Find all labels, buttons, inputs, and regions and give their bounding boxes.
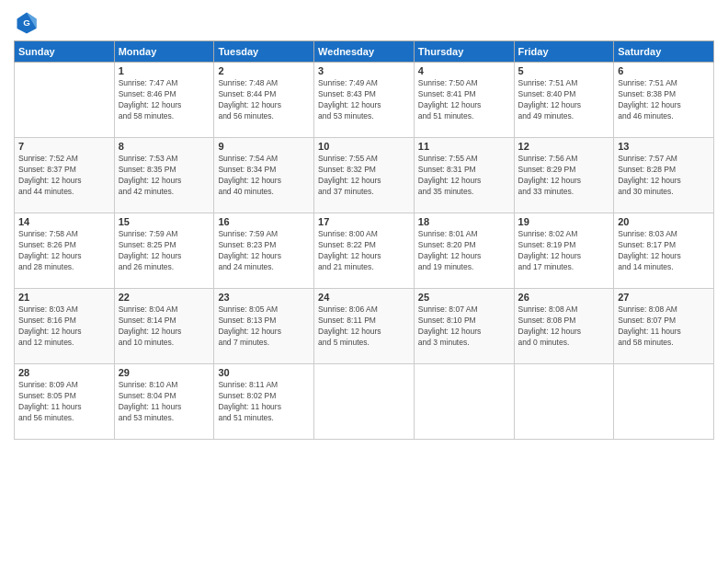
day-number: 29 <box>119 367 210 378</box>
calendar-week-row: 7Sunrise: 7:52 AM Sunset: 8:37 PM Daylig… <box>15 138 714 213</box>
calendar-cell: 11Sunrise: 7:55 AM Sunset: 8:31 PM Dayli… <box>414 138 514 213</box>
calendar-cell: 27Sunrise: 8:08 AM Sunset: 8:07 PM Dayli… <box>614 289 714 364</box>
calendar-week-row: 14Sunrise: 7:58 AM Sunset: 8:26 PM Dayli… <box>15 213 714 289</box>
day-info: Sunrise: 7:51 AM Sunset: 8:40 PM Dayligh… <box>518 78 610 122</box>
svg-text:G: G <box>23 17 30 28</box>
calendar-header-row: SundayMondayTuesdayWednesdayThursdayFrid… <box>15 41 714 63</box>
calendar-week-row: 28Sunrise: 8:09 AM Sunset: 8:05 PM Dayli… <box>15 364 714 440</box>
day-info: Sunrise: 8:01 AM Sunset: 8:20 PM Dayligh… <box>418 229 510 273</box>
day-number: 2 <box>218 65 310 76</box>
day-number: 10 <box>318 141 410 152</box>
calendar-cell: 20Sunrise: 8:03 AM Sunset: 8:17 PM Dayli… <box>614 213 714 289</box>
day-info: Sunrise: 8:08 AM Sunset: 8:08 PM Dayligh… <box>518 304 610 349</box>
day-number: 19 <box>518 216 610 227</box>
day-number: 22 <box>119 292 210 303</box>
calendar-cell <box>514 364 614 440</box>
calendar-cell: 7Sunrise: 7:52 AM Sunset: 8:37 PM Daylig… <box>15 138 115 213</box>
calendar-week-row: 21Sunrise: 8:03 AM Sunset: 8:16 PM Dayli… <box>15 289 714 364</box>
day-info: Sunrise: 7:54 AM Sunset: 8:34 PM Dayligh… <box>218 154 310 198</box>
day-info: Sunrise: 7:55 AM Sunset: 8:31 PM Dayligh… <box>418 154 510 198</box>
day-info: Sunrise: 8:11 AM Sunset: 8:02 PM Dayligh… <box>218 380 310 424</box>
calendar-cell: 18Sunrise: 8:01 AM Sunset: 8:20 PM Dayli… <box>414 213 514 289</box>
day-info: Sunrise: 7:47 AM Sunset: 8:46 PM Dayligh… <box>119 78 210 122</box>
calendar-cell: 12Sunrise: 7:56 AM Sunset: 8:29 PM Dayli… <box>514 138 614 213</box>
day-info: Sunrise: 8:05 AM Sunset: 8:13 PM Dayligh… <box>218 304 310 349</box>
day-info: Sunrise: 8:08 AM Sunset: 8:07 PM Dayligh… <box>618 304 710 349</box>
calendar-cell: 16Sunrise: 7:59 AM Sunset: 8:23 PM Dayli… <box>214 213 314 289</box>
calendar-cell: 22Sunrise: 8:04 AM Sunset: 8:14 PM Dayli… <box>114 289 214 364</box>
calendar-cell: 26Sunrise: 8:08 AM Sunset: 8:08 PM Dayli… <box>514 289 614 364</box>
day-info: Sunrise: 8:07 AM Sunset: 8:10 PM Dayligh… <box>418 304 510 349</box>
calendar-cell <box>314 364 415 440</box>
day-number: 23 <box>218 292 310 303</box>
calendar-cell: 10Sunrise: 7:55 AM Sunset: 8:32 PM Dayli… <box>314 138 415 213</box>
day-number: 20 <box>618 216 710 227</box>
header: G <box>14 9 714 35</box>
day-number: 13 <box>618 141 710 152</box>
day-info: Sunrise: 7:49 AM Sunset: 8:43 PM Dayligh… <box>318 78 410 122</box>
calendar-week-row: 1Sunrise: 7:47 AM Sunset: 8:46 PM Daylig… <box>15 63 714 138</box>
calendar-cell: 15Sunrise: 7:59 AM Sunset: 8:25 PM Dayli… <box>114 213 214 289</box>
day-number: 25 <box>418 292 510 303</box>
calendar-cell: 6Sunrise: 7:51 AM Sunset: 8:38 PM Daylig… <box>614 63 714 138</box>
calendar-cell: 21Sunrise: 8:03 AM Sunset: 8:16 PM Dayli… <box>15 289 115 364</box>
day-info: Sunrise: 7:50 AM Sunset: 8:41 PM Dayligh… <box>418 78 510 122</box>
weekday-header: Friday <box>514 41 614 63</box>
calendar-cell: 30Sunrise: 8:11 AM Sunset: 8:02 PM Dayli… <box>214 364 314 440</box>
calendar-cell: 5Sunrise: 7:51 AM Sunset: 8:40 PM Daylig… <box>514 63 614 138</box>
logo-icon: G <box>14 9 40 35</box>
calendar-table: SundayMondayTuesdayWednesdayThursdayFrid… <box>14 40 714 440</box>
calendar-cell: 29Sunrise: 8:10 AM Sunset: 8:04 PM Dayli… <box>114 364 214 440</box>
day-number: 27 <box>618 292 710 303</box>
day-number: 26 <box>518 292 610 303</box>
calendar-cell: 13Sunrise: 7:57 AM Sunset: 8:28 PM Dayli… <box>614 138 714 213</box>
day-number: 5 <box>518 65 610 76</box>
day-number: 30 <box>218 367 310 378</box>
day-number: 28 <box>18 367 110 378</box>
calendar-cell: 17Sunrise: 8:00 AM Sunset: 8:22 PM Dayli… <box>314 213 415 289</box>
calendar-cell: 9Sunrise: 7:54 AM Sunset: 8:34 PM Daylig… <box>214 138 314 213</box>
day-number: 16 <box>218 216 310 227</box>
day-number: 12 <box>518 141 610 152</box>
day-number: 24 <box>318 292 410 303</box>
day-info: Sunrise: 7:57 AM Sunset: 8:28 PM Dayligh… <box>618 154 710 198</box>
day-info: Sunrise: 7:59 AM Sunset: 8:25 PM Dayligh… <box>119 229 210 273</box>
day-info: Sunrise: 8:06 AM Sunset: 8:11 PM Dayligh… <box>318 304 410 349</box>
calendar-cell: 1Sunrise: 7:47 AM Sunset: 8:46 PM Daylig… <box>114 63 214 138</box>
calendar-cell: 23Sunrise: 8:05 AM Sunset: 8:13 PM Dayli… <box>214 289 314 364</box>
calendar-cell: 19Sunrise: 8:02 AM Sunset: 8:19 PM Dayli… <box>514 213 614 289</box>
day-info: Sunrise: 7:59 AM Sunset: 8:23 PM Dayligh… <box>218 229 310 273</box>
day-info: Sunrise: 8:02 AM Sunset: 8:19 PM Dayligh… <box>518 229 610 273</box>
calendar-cell <box>414 364 514 440</box>
calendar-cell: 4Sunrise: 7:50 AM Sunset: 8:41 PM Daylig… <box>414 63 514 138</box>
day-info: Sunrise: 7:53 AM Sunset: 8:35 PM Dayligh… <box>119 154 210 198</box>
day-number: 14 <box>18 216 110 227</box>
day-info: Sunrise: 8:00 AM Sunset: 8:22 PM Dayligh… <box>318 229 410 273</box>
day-number: 11 <box>418 141 510 152</box>
calendar-cell: 14Sunrise: 7:58 AM Sunset: 8:26 PM Dayli… <box>15 213 115 289</box>
weekday-header: Thursday <box>414 41 514 63</box>
calendar-cell: 28Sunrise: 8:09 AM Sunset: 8:05 PM Dayli… <box>15 364 115 440</box>
day-number: 4 <box>418 65 510 76</box>
day-info: Sunrise: 8:09 AM Sunset: 8:05 PM Dayligh… <box>18 380 110 424</box>
day-number: 17 <box>318 216 410 227</box>
page-container: G SundayMondayTuesdayWednesdayThursdayFr… <box>0 0 728 449</box>
weekday-header: Saturday <box>614 41 714 63</box>
day-number: 7 <box>18 141 110 152</box>
day-number: 9 <box>218 141 310 152</box>
day-number: 1 <box>119 65 210 76</box>
weekday-header: Tuesday <box>214 41 314 63</box>
day-info: Sunrise: 7:58 AM Sunset: 8:26 PM Dayligh… <box>18 229 110 273</box>
day-info: Sunrise: 8:10 AM Sunset: 8:04 PM Dayligh… <box>119 380 210 424</box>
weekday-header: Sunday <box>15 41 115 63</box>
day-info: Sunrise: 8:04 AM Sunset: 8:14 PM Dayligh… <box>119 304 210 349</box>
day-info: Sunrise: 7:48 AM Sunset: 8:44 PM Dayligh… <box>218 78 310 122</box>
weekday-header: Monday <box>114 41 214 63</box>
calendar-cell: 8Sunrise: 7:53 AM Sunset: 8:35 PM Daylig… <box>114 138 214 213</box>
calendar-cell: 2Sunrise: 7:48 AM Sunset: 8:44 PM Daylig… <box>214 63 314 138</box>
day-info: Sunrise: 7:55 AM Sunset: 8:32 PM Dayligh… <box>318 154 410 198</box>
day-number: 15 <box>119 216 210 227</box>
day-info: Sunrise: 7:56 AM Sunset: 8:29 PM Dayligh… <box>518 154 610 198</box>
day-number: 8 <box>119 141 210 152</box>
weekday-header: Wednesday <box>314 41 415 63</box>
